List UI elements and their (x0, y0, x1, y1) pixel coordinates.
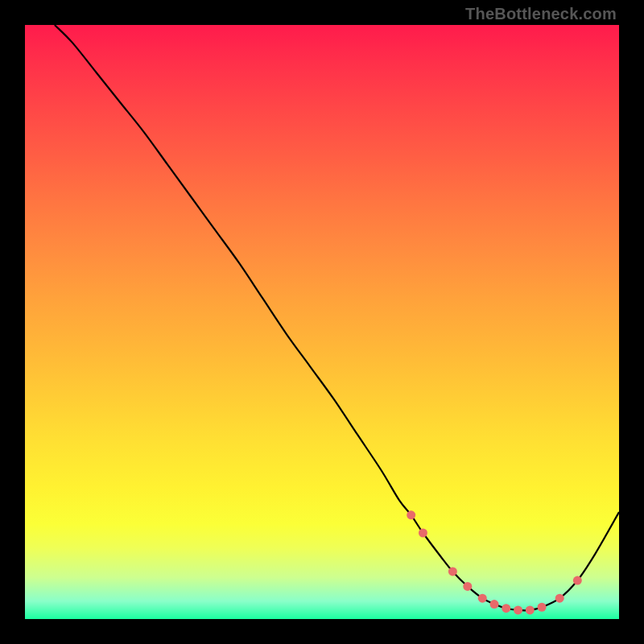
curve-line (55, 25, 619, 610)
curve-marker (573, 576, 582, 585)
curve-marker (419, 528, 427, 537)
curve-marker (448, 567, 457, 576)
curve-marker (463, 582, 472, 591)
curve-marker (526, 605, 535, 614)
chart-container: TheBottleneck.com (0, 0, 644, 644)
curve-marker (555, 594, 564, 603)
curve-marker (538, 603, 547, 612)
watermark-text: TheBottleneck.com (465, 5, 617, 23)
curve-marker (502, 604, 510, 613)
chart-curve-layer (25, 25, 619, 619)
curve-marker (407, 510, 415, 519)
curve-marker (478, 594, 487, 603)
curve-marker (490, 600, 499, 609)
curve-marker (514, 605, 522, 614)
